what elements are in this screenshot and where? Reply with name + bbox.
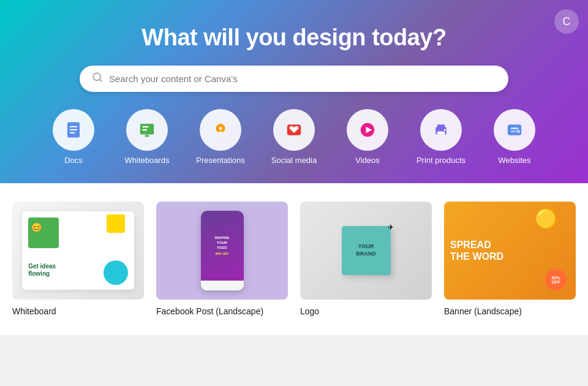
template-card-banner[interactable]: SPREADTHE WORD 60%OFF 🟡 Banner (Landscap…: [444, 202, 576, 317]
websites-label: Websites: [498, 156, 530, 165]
search-bar: [80, 66, 508, 92]
phone-discount-text: 60% OFF: [216, 252, 228, 255]
svg-rect-20: [508, 124, 522, 135]
svg-rect-17: [437, 124, 445, 127]
banner-thumb: SPREADTHE WORD 60%OFF 🟡: [444, 202, 576, 300]
logo-inner-text: YOURBRAND: [356, 243, 376, 257]
svg-point-12: [219, 127, 222, 130]
category-social-media[interactable]: Social media: [260, 109, 328, 165]
category-print-products[interactable]: Print products: [407, 109, 475, 165]
svg-rect-18: [437, 132, 445, 135]
facebook-label: Facebook Post (Landscape): [156, 306, 263, 316]
search-input[interactable]: [109, 74, 496, 84]
svg-rect-6: [140, 124, 154, 135]
logo-label: Logo: [300, 306, 319, 316]
print-products-label: Print products: [417, 156, 466, 165]
phone-bar: [201, 281, 244, 290]
whiteboard-label: Whiteboard: [12, 306, 56, 316]
svg-rect-5: [70, 132, 75, 134]
banner-label: Banner (Landscape): [444, 306, 522, 316]
phone-screen-text: INSPIREYOURFEED: [214, 236, 229, 250]
wb-smiley: 😊: [31, 222, 42, 232]
docs-label: Docs: [64, 156, 83, 165]
whiteboard-thumb: 😊 Get ideasflowing: [12, 202, 144, 300]
wb-text: Get ideasflowing: [28, 263, 56, 278]
svg-rect-8: [143, 129, 148, 131]
banner-decoration: 🟡: [535, 208, 557, 229]
category-whiteboards[interactable]: Whiteboards: [113, 109, 181, 165]
presentations-icon-circle: [200, 109, 241, 151]
print-products-icon-circle: [420, 109, 462, 151]
social-media-label: Social media: [271, 156, 317, 165]
svg-rect-22: [511, 131, 516, 132]
whiteboard-inner: 😊 Get ideasflowing: [22, 211, 134, 290]
svg-rect-3: [70, 126, 78, 127]
websites-icon-circle: [494, 109, 535, 151]
banner-badge: 60%OFF: [545, 269, 567, 290]
wb-teal-block: [104, 260, 128, 285]
banner-title-text: SPREADTHE WORD: [450, 239, 570, 262]
presentations-label: Presentations: [196, 156, 245, 165]
svg-point-19: [444, 129, 446, 131]
svg-rect-7: [143, 126, 149, 128]
category-docs[interactable]: Docs: [40, 109, 107, 165]
docs-icon-circle: [53, 109, 94, 151]
videos-label: Videos: [355, 156, 380, 165]
template-grid: 😊 Get ideasflowing Whiteboard INSPIREYOU…: [12, 202, 576, 317]
videos-icon-circle: [347, 109, 388, 151]
phone-mockup: INSPIREYOURFEED 60% OFF: [201, 211, 244, 290]
account-button[interactable]: C: [554, 9, 579, 34]
whiteboards-icon-circle: [126, 109, 168, 151]
category-presentations[interactable]: Presentations: [187, 109, 254, 165]
svg-rect-10: [146, 134, 147, 136]
search-icon: [92, 72, 103, 86]
logo-plane-icon: ✈: [388, 223, 394, 232]
hero-title: What will you design today?: [12, 25, 576, 51]
categories-row: Docs Whiteboards: [12, 109, 576, 165]
phone-screen: INSPIREYOURFEED 60% OFF: [201, 211, 244, 281]
content-area: 😊 Get ideasflowing Whiteboard INSPIREYOU…: [0, 183, 588, 335]
account-icon: C: [563, 15, 571, 28]
template-card-logo[interactable]: YOURBRAND ✈ Logo: [300, 202, 432, 317]
social-media-icon-circle: [273, 109, 315, 151]
category-websites[interactable]: Websites: [481, 109, 548, 165]
logo-card: YOURBRAND: [342, 226, 391, 275]
hero-section: C What will you design today? Docs: [0, 0, 588, 183]
template-card-whiteboard[interactable]: 😊 Get ideasflowing Whiteboard: [12, 202, 144, 317]
whiteboards-label: Whiteboards: [125, 156, 170, 165]
svg-line-1: [99, 79, 101, 81]
template-card-facebook[interactable]: INSPIREYOURFEED 60% OFF Facebook Post (L…: [156, 202, 288, 317]
svg-rect-21: [511, 127, 519, 129]
svg-rect-4: [70, 129, 78, 131]
wb-yellow-block: [107, 214, 125, 233]
facebook-thumb: INSPIREYOURFEED 60% OFF: [156, 202, 288, 300]
logo-thumb: YOURBRAND ✈: [300, 202, 432, 300]
category-videos[interactable]: Videos: [334, 109, 401, 165]
